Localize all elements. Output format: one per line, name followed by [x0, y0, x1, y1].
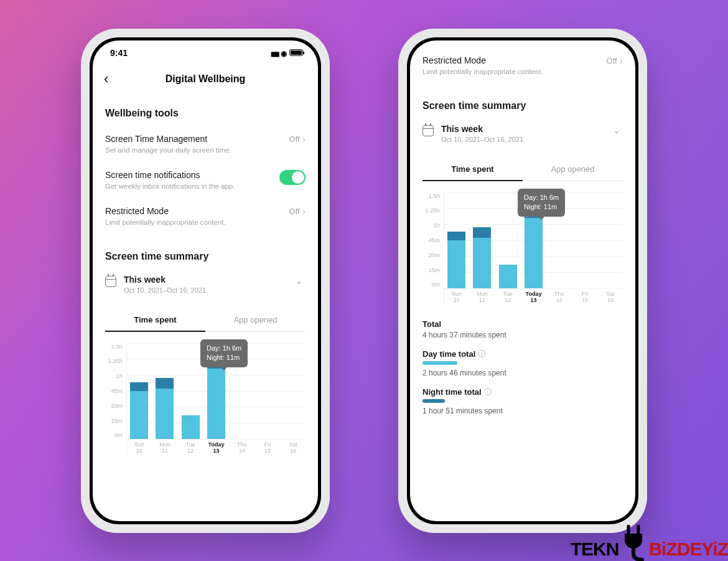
tab-app-opened[interactable]: App opened: [205, 309, 306, 332]
day-total-label: Day time total i: [422, 349, 623, 359]
night-total-value: 1 hour 51 minutes spent: [422, 407, 623, 415]
bar-segment-day: [499, 265, 517, 288]
x-label: Tue12: [497, 288, 519, 304]
chart-left: 1.5h1.25h1h45m20m15m0m Sun10Mon11Tue12To…: [105, 343, 306, 455]
row-value: Off: [289, 134, 300, 144]
y-tick: 1.5h: [105, 343, 123, 350]
row-value: Off: [607, 56, 617, 65]
chart-tabs: Time spent App opened: [105, 309, 306, 332]
y-axis: 1.5h1.25h1h45m20m15m0m: [105, 343, 126, 455]
bar-sat-16[interactable]: [600, 192, 622, 288]
totals-section: Total 4 hours 37 minutes spent Day time …: [422, 319, 623, 415]
y-tick: 45m: [105, 387, 123, 394]
screen-left: 9:41 ‹ Digital Wellbeing Wellbeing tools…: [93, 40, 318, 521]
y-tick: 15m: [105, 417, 123, 424]
wifi-icon: [281, 48, 287, 58]
phone-mockup-left: 9:41 ‹ Digital Wellbeing Wellbeing tools…: [81, 29, 330, 533]
bar-mon-11[interactable]: [471, 192, 493, 288]
screen-time-summary-heading: Screen time summary: [105, 251, 306, 262]
row-trailing: Off ›: [607, 55, 623, 67]
x-label: Today13: [205, 439, 227, 455]
page-title: Digital Wellbeing: [166, 73, 246, 85]
x-label: Mon11: [471, 288, 493, 304]
total-label: Total: [422, 319, 623, 329]
x-label: Sat16: [282, 439, 304, 455]
bar-sun-10[interactable]: [128, 343, 150, 439]
row-subtitle: Limit potentially inappropriate content.: [105, 219, 289, 226]
x-label: Mon11: [154, 439, 175, 455]
bar-tue-12[interactable]: [180, 343, 202, 439]
x-label: Fri15: [256, 439, 278, 455]
wellbeing-tools-heading: Wellbeing tools: [105, 108, 306, 119]
chevron-right-icon: ›: [302, 134, 306, 145]
bar-segment-day: [447, 240, 465, 288]
tab-time-spent[interactable]: Time spent: [422, 158, 523, 181]
row-screen-time-notifications[interactable]: Screen time notifications Get weekly inb…: [105, 164, 306, 200]
x-axis: Sun10Mon11Tue12Today13Thu14Fri15Sat16: [444, 288, 623, 304]
phone-bezel: Restricted Mode Limit potentially inappr…: [407, 37, 638, 524]
bar-segment-day: [182, 415, 200, 439]
status-bar: 9:41: [93, 40, 318, 65]
calendar-icon: [105, 276, 116, 287]
chart-right: 1.5h1.25h1h45m20m15m0m Sun10Mon11Tue12To…: [422, 192, 623, 304]
chevron-right-icon: ›: [620, 55, 623, 67]
watermark-part1: TEKN: [571, 539, 619, 560]
night-swatch: [422, 399, 445, 403]
tab-time-spent[interactable]: Time spent: [105, 309, 205, 332]
row-restricted-mode[interactable]: Restricted Mode Limit potentially inappr…: [422, 44, 623, 85]
week-range: Oct 10, 2021–Oct 16, 2021: [441, 136, 523, 143]
bar-segment-night: [130, 382, 148, 391]
page-header: ‹ Digital Wellbeing: [93, 65, 318, 93]
calendar-icon: [422, 125, 434, 136]
bar-fri-15[interactable]: [256, 343, 278, 439]
content-left: Wellbeing tools Screen Time Management S…: [93, 93, 318, 521]
tab-app-opened[interactable]: App opened: [523, 158, 623, 181]
bar-sat-16[interactable]: [282, 343, 304, 439]
chart-tabs: Time spent App opened: [422, 158, 623, 181]
content-right: Restricted Mode Limit potentially inappr…: [410, 40, 635, 515]
info-icon[interactable]: i: [484, 388, 492, 395]
tooltip-day: Day: 1h 6m: [524, 193, 559, 203]
bar-segment-day: [156, 389, 174, 438]
row-screen-time-management[interactable]: Screen Time Management Set and manage yo…: [105, 128, 306, 164]
chart-tooltip: Day: 1h 6m Night: 11m: [518, 189, 565, 217]
watermark-part2: BiZDEYiZ: [648, 539, 728, 560]
status-time: 9:41: [110, 48, 128, 58]
bar-segment-night: [156, 378, 174, 389]
bar-mon-11[interactable]: [154, 343, 175, 439]
cellular-icon: [271, 48, 278, 58]
y-tick: 20m: [422, 252, 440, 258]
x-label: Sun10: [128, 439, 150, 455]
back-icon[interactable]: ‹: [104, 71, 108, 87]
bar-sun-10[interactable]: [446, 192, 467, 288]
screen-time-summary-heading: Screen time summary: [422, 100, 623, 111]
screen-right: Restricted Mode Limit potentially inappr…: [410, 40, 635, 521]
bar-segment-day: [207, 369, 225, 439]
chevron-right-icon: ›: [302, 206, 306, 217]
row-restricted-mode[interactable]: Restricted Mode Limit potentially inappr…: [105, 200, 306, 236]
y-tick: 0m: [422, 281, 440, 288]
x-label: Today13: [523, 288, 544, 304]
row-title: Restricted Mode: [105, 206, 289, 216]
chevron-down-icon: ⌄: [613, 125, 620, 135]
y-tick: 0m: [105, 431, 123, 438]
week-selector[interactable]: This week Oct 10, 2021–Oct 16, 2021 ⌄: [422, 120, 623, 149]
row-subtitle: Limit potentially inappropriate content.: [422, 68, 607, 75]
y-tick: 1.5h: [422, 192, 440, 199]
status-right: [271, 48, 303, 58]
watermark: TEKN BiZDEYiZ: [571, 525, 728, 560]
y-tick: 1.25h: [422, 207, 440, 214]
row-title: Screen time notifications: [105, 170, 279, 180]
day-total-value: 2 hours 46 minutes spent: [422, 369, 623, 377]
bar-tue-12[interactable]: [497, 192, 519, 288]
info-icon[interactable]: i: [478, 350, 485, 357]
x-label: Fri15: [574, 288, 595, 304]
toggle-on[interactable]: [279, 170, 306, 185]
y-tick: 20m: [105, 402, 123, 409]
x-label: Sat16: [600, 288, 622, 304]
tooltip-night: Night: 11m: [207, 353, 241, 363]
week-selector[interactable]: This week Oct 10, 2021–Oct 16, 2021 ⌄: [105, 271, 306, 300]
bar-segment-day: [525, 218, 543, 288]
bar-fri-15[interactable]: [574, 192, 595, 288]
bar-segment-night: [447, 232, 465, 240]
